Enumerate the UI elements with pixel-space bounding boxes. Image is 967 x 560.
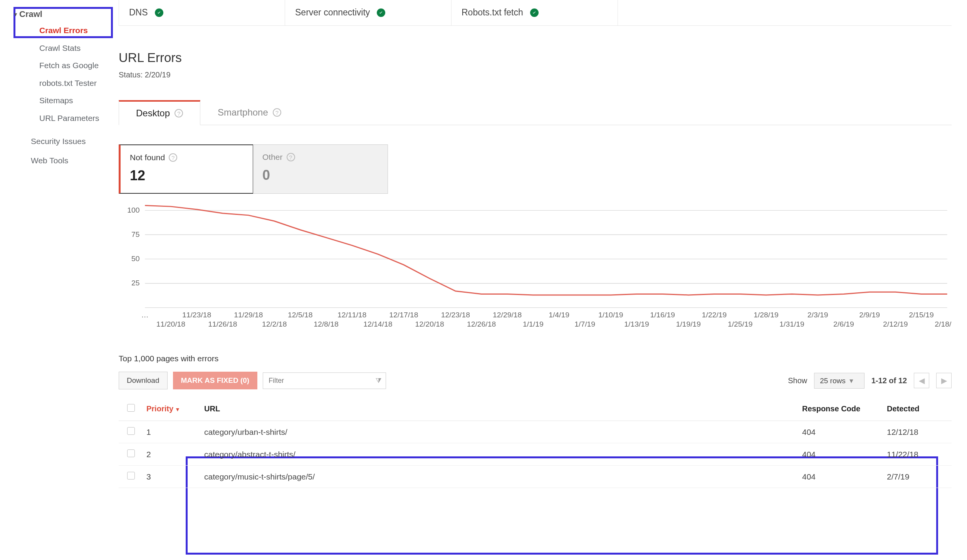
cell-url: category/urban-t-shirts/ xyxy=(200,421,797,443)
site-error-card[interactable]: DNS xyxy=(119,0,285,25)
site-error-card[interactable]: Robots.txt fetch xyxy=(452,0,618,25)
site-error-card[interactable]: Server connectivity xyxy=(285,0,452,25)
error-list-caption: Top 1,000 pages with errors xyxy=(119,354,952,363)
help-icon: ? xyxy=(169,153,177,162)
svg-text:12/20/18: 12/20/18 xyxy=(415,320,444,328)
sidebar: ▼ Crawl Crawl ErrorsCrawl StatsFetch as … xyxy=(0,0,108,560)
sidebar-other-list: Security IssuesWeb Tools xyxy=(0,132,108,171)
show-label: Show xyxy=(788,376,807,385)
row-checkbox[interactable] xyxy=(127,449,135,457)
svg-text:2/12/19: 2/12/19 xyxy=(883,320,908,328)
error-type-count: 0 xyxy=(262,167,378,183)
status-date: Status: 2/20/19 xyxy=(119,70,952,79)
filter-input[interactable] xyxy=(263,372,386,389)
url-errors-heading: URL Errors xyxy=(119,50,952,65)
mark-as-fixed-button[interactable]: MARK AS FIXED (0) xyxy=(173,372,258,389)
svg-text:2/18/19: 2/18/19 xyxy=(935,320,952,328)
error-type-label: Not found xyxy=(130,153,165,162)
col-detected[interactable]: Detected xyxy=(882,397,952,421)
card-label: DNS xyxy=(129,7,148,18)
svg-text:50: 50 xyxy=(131,255,140,262)
help-icon: ? xyxy=(287,153,295,161)
svg-text:12/23/18: 12/23/18 xyxy=(441,311,470,319)
device-tab[interactable]: Smartphone? xyxy=(200,100,299,125)
cell-detected: 12/12/18 xyxy=(882,421,952,443)
svg-text:12/14/18: 12/14/18 xyxy=(363,320,392,328)
error-type-count: 12 xyxy=(130,168,243,184)
col-response[interactable]: Response Code xyxy=(797,397,882,421)
error-type-tabs: Not found?12Other?0 xyxy=(119,144,952,194)
cell-url: category/music-t-shirts/page/5/ xyxy=(200,466,797,488)
filter-icon: ⧩ xyxy=(376,377,381,385)
svg-text:11/29/18: 11/29/18 xyxy=(234,311,263,319)
table-row[interactable]: 3category/music-t-shirts/page/5/4042/7/1… xyxy=(119,466,952,488)
svg-text:1/25/19: 1/25/19 xyxy=(728,320,753,328)
main-content: DNSServer connectivityRobots.txt fetch U… xyxy=(108,0,967,560)
pager-next-button[interactable]: ▶ xyxy=(936,373,952,388)
rows-select[interactable]: 25 rows xyxy=(814,373,865,389)
svg-text:12/11/18: 12/11/18 xyxy=(337,311,366,319)
sidebar-item[interactable]: URL Parameters xyxy=(0,109,108,127)
help-icon: ? xyxy=(175,109,183,117)
cell-url: category/abstract-t-shirts/ xyxy=(200,443,797,466)
site-error-cards: DNSServer connectivityRobots.txt fetch xyxy=(119,0,952,26)
svg-text:2/15/19: 2/15/19 xyxy=(909,311,934,319)
svg-text:12/2/18: 12/2/18 xyxy=(262,320,287,328)
row-checkbox[interactable] xyxy=(127,472,135,480)
device-tabs: Desktop?Smartphone? xyxy=(119,100,952,125)
svg-text:1/22/19: 1/22/19 xyxy=(702,311,727,319)
sidebar-item[interactable]: Sitemaps xyxy=(0,92,108,109)
pager-range: 1-12 of 12 xyxy=(871,376,907,385)
cell-priority: 1 xyxy=(142,421,200,443)
svg-text:11/23/18: 11/23/18 xyxy=(182,311,211,319)
svg-text:2/6/19: 2/6/19 xyxy=(833,320,854,328)
svg-text:1/10/19: 1/10/19 xyxy=(598,311,623,319)
select-all-checkbox[interactable] xyxy=(127,404,135,412)
caret-down-icon: ▼ xyxy=(13,12,18,17)
table-row[interactable]: 1category/urban-t-shirts/40412/12/18 xyxy=(119,421,952,443)
sidebar-item[interactable]: robots.txt Tester xyxy=(0,74,108,92)
cell-detected: 11/22/18 xyxy=(882,443,952,466)
error-type-tab[interactable]: Not found?12 xyxy=(119,144,254,194)
card-label: Server connectivity xyxy=(295,7,370,18)
cell-response: 404 xyxy=(797,443,882,466)
svg-text:1/7/19: 1/7/19 xyxy=(574,320,595,328)
help-icon: ? xyxy=(273,108,281,117)
table-row[interactable]: 2category/abstract-t-shirts/40411/22/18 xyxy=(119,443,952,466)
svg-text:12/29/18: 12/29/18 xyxy=(493,311,522,319)
svg-text:1/16/19: 1/16/19 xyxy=(650,311,675,319)
svg-text:1/1/19: 1/1/19 xyxy=(523,320,544,328)
svg-text:…: … xyxy=(141,311,149,319)
sidebar-sub-list: Crawl ErrorsCrawl StatsFetch as Googlero… xyxy=(0,22,108,127)
svg-text:11/26/18: 11/26/18 xyxy=(208,320,237,328)
pager-prev-button[interactable]: ◀ xyxy=(914,373,929,388)
col-priority[interactable]: Priority xyxy=(142,397,200,421)
svg-text:100: 100 xyxy=(127,206,139,214)
svg-text:25: 25 xyxy=(131,279,140,287)
sidebar-group-label: Crawl xyxy=(19,9,42,19)
svg-text:75: 75 xyxy=(131,230,140,238)
device-tab[interactable]: Desktop? xyxy=(119,100,200,125)
download-button[interactable]: Download xyxy=(119,372,168,389)
cell-priority: 2 xyxy=(142,443,200,466)
row-checkbox[interactable] xyxy=(127,427,135,435)
sidebar-item[interactable]: Crawl Stats xyxy=(0,39,108,57)
sidebar-item[interactable]: Web Tools xyxy=(0,151,108,171)
sidebar-item[interactable]: Crawl Errors xyxy=(0,22,108,39)
svg-text:12/8/18: 12/8/18 xyxy=(314,320,339,328)
sidebar-item[interactable]: Security Issues xyxy=(0,132,108,151)
svg-text:12/17/18: 12/17/18 xyxy=(389,311,418,319)
error-table: Priority URL Response Code Detected 1cat… xyxy=(119,397,952,488)
col-url[interactable]: URL xyxy=(200,397,797,421)
sidebar-item[interactable]: Fetch as Google xyxy=(0,57,108,74)
svg-text:1/4/19: 1/4/19 xyxy=(549,311,569,319)
svg-text:1/19/19: 1/19/19 xyxy=(676,320,701,328)
svg-text:11/20/18: 11/20/18 xyxy=(156,320,185,328)
cell-detected: 2/7/19 xyxy=(882,466,952,488)
error-type-tab[interactable]: Other?0 xyxy=(253,144,388,194)
svg-text:2/9/19: 2/9/19 xyxy=(859,311,880,319)
svg-text:2/3/19: 2/3/19 xyxy=(808,311,828,319)
device-tab-label: Desktop xyxy=(136,108,170,119)
svg-text:12/5/18: 12/5/18 xyxy=(288,311,313,319)
sidebar-group-crawl[interactable]: ▼ Crawl xyxy=(0,7,108,22)
